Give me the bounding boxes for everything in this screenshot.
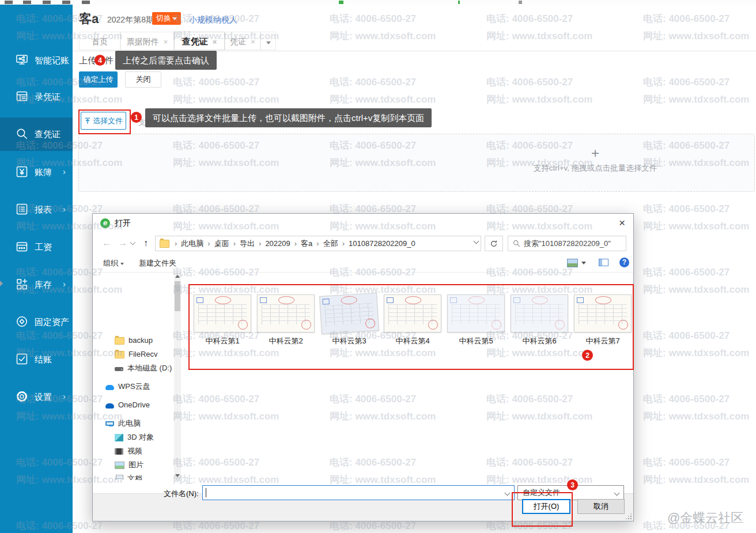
choose-file-button[interactable]: 选择文件 [81,112,126,130]
dropzone-hint-block: 支持ctrl+v, 拖拽或点击批量选择文件 [526,147,664,173]
sidebar-item-inventory[interactable]: 库存› [0,268,73,301]
view-dropdown-icon[interactable] [581,262,586,264]
dialog-titlebar[interactable]: 打开 [93,214,633,232]
sidebar-item-voucher-search[interactable]: 查凭证 [0,118,73,151]
scroll-down-icon[interactable] [175,474,180,477]
back-arrow-icon[interactable] [102,238,111,248]
file-name-label: 中科云第5 [444,336,508,346]
resize-grip[interactable] [630,518,632,519]
chevron-down-icon [120,263,124,265]
drive-icon [115,367,123,371]
close-icon[interactable] [619,217,625,229]
browser-e-icon [100,218,110,228]
breadcrumb-separator[interactable] [232,239,237,248]
file-thumbnail[interactable]: 中科云第1 [191,294,254,346]
sidebar-item-voucher-entry[interactable]: 录凭证 [0,80,73,114]
forward-arrow-icon[interactable] [118,238,127,248]
breadcrumb-separator[interactable] [341,239,346,248]
scrollbar-thumb[interactable] [175,281,180,311]
open-button[interactable]: 打开(O) [522,499,570,514]
invoice-preview-image [447,294,505,332]
tree-item-label: backup [128,334,153,347]
ledger-icon [15,165,29,179]
search-input[interactable]: 搜索"10108728202209_0" [508,236,626,251]
breadcrumb[interactable]: 此电脑桌面导出202209客a全部10108728202209_0 [155,236,481,251]
tab-invoice-attachments[interactable]: 票据附件 [120,32,174,50]
tree-scrollbar[interactable] [174,272,181,480]
sidebar-item-report[interactable]: 报表› [0,193,73,226]
filename-label: 文件名(N): [164,489,199,499]
tab-voucher[interactable]: 凭证 [225,32,260,50]
tree-item[interactable]: 文档 [93,472,173,480]
breadcrumb-segment[interactable]: 客a [298,239,315,249]
sidebar-item-fixed-asset[interactable]: 固定资产 [0,305,73,339]
breadcrumb-segment[interactable]: 导出 [237,239,257,249]
tree-item[interactable]: 图片 [93,458,173,472]
breadcrumb-segment[interactable]: 202209 [263,239,292,248]
breadcrumb-separator[interactable] [206,239,211,248]
new-folder-button[interactable]: 新建文件夹 [139,258,176,269]
refresh-button[interactable] [485,236,503,251]
sidebar-item-closing[interactable]: 结账 [0,343,73,376]
file-thumbnail[interactable]: 中科云第6 [508,294,571,346]
breadcrumb-segment[interactable]: 10108728202209_0 [346,239,418,248]
filetype-select[interactable]: 自定义文件 [517,485,624,500]
sidebar-item-smart-accounting[interactable]: 智能记账 [0,44,73,77]
tree-item[interactable]: OneDrive [93,398,173,412]
onedrive-icon [105,403,114,409]
tab-list-dropdown[interactable] [260,32,276,50]
close-icon[interactable] [164,33,168,51]
preview-pane-icon[interactable] [599,259,608,266]
breadcrumb-separator[interactable] [257,239,263,248]
thumbnail-view-icon[interactable] [567,259,578,267]
organize-menu[interactable]: 组织 [103,258,124,269]
tree-item-label: 3D 对象 [127,430,154,444]
tree-item[interactable]: 3D 对象 [93,430,173,444]
file-dropzone[interactable]: 支持ctrl+v, 拖拽或点击批量选择文件 [78,134,755,192]
chevron-right-icon: › [63,167,66,176]
switch-account-button[interactable]: 切换 [152,12,181,25]
breadcrumb-segment[interactable]: 桌面 [212,239,232,249]
cancel-button[interactable]: 取消 [577,499,625,514]
breadcrumb-segment[interactable]: 全部 [321,239,341,249]
tree-item[interactable]: 此电脑 [93,417,173,430]
close-icon[interactable] [213,33,217,51]
sidebar-collapse-handle[interactable] [0,281,3,286]
tree-item[interactable]: 本地磁盘 (D:) [93,361,173,375]
chevron-right-icon: › [63,391,66,401]
help-icon[interactable] [619,258,629,267]
sidebar-item-salary[interactable]: 工资 [0,230,73,264]
invoice-preview-image [194,294,251,332]
file-thumbnail[interactable]: 中科云第3 [317,294,381,346]
picture-icon [115,462,124,469]
filename-input[interactable] [202,485,515,500]
tree-item[interactable]: FileRecv [93,347,173,361]
confirm-upload-button[interactable]: 确定上传 [79,71,118,88]
breadcrumb-separator[interactable] [293,239,298,248]
tree-item[interactable]: 视频 [93,444,173,458]
file-thumbnail[interactable]: 中科云第2 [254,294,317,346]
close-panel-button[interactable]: 关闭 [125,71,161,88]
filename-dropdown-icon[interactable] [505,490,511,496]
choose-file-label: 选择文件 [93,116,123,125]
close-icon[interactable] [251,33,255,51]
file-name-label: 中科云第6 [508,336,571,346]
sidebar-item-ledger[interactable]: 账簿› [0,156,73,189]
tab-voucher-query[interactable]: 查凭证 [174,32,225,50]
file-thumbnail[interactable]: 中科云第7 [571,294,634,346]
tooltip-choose-file: 可以点击选择文件批量上传，也可以截图附件，点击ctrl+v复制到本页面 [145,108,432,127]
tab-label: 首页 [92,37,108,46]
invoice-preview-image [574,294,632,332]
tree-item[interactable]: WPS云盘 [93,380,173,394]
up-arrow-icon[interactable] [143,238,148,248]
scroll-up-icon[interactable] [175,275,180,278]
breadcrumb-separator[interactable] [315,239,320,248]
report-icon [15,202,29,216]
history-chevron-icon[interactable] [130,240,136,245]
tab-home[interactable]: 首页 [79,32,120,50]
file-thumbnail[interactable]: 中科云第4 [381,294,444,346]
tree-item[interactable]: backup [93,334,173,347]
sidebar-item-settings[interactable]: 设置› [0,380,73,414]
file-thumbnail[interactable]: 中科云第5 [444,294,508,346]
breadcrumb-segment[interactable]: 此电脑 [179,239,206,249]
